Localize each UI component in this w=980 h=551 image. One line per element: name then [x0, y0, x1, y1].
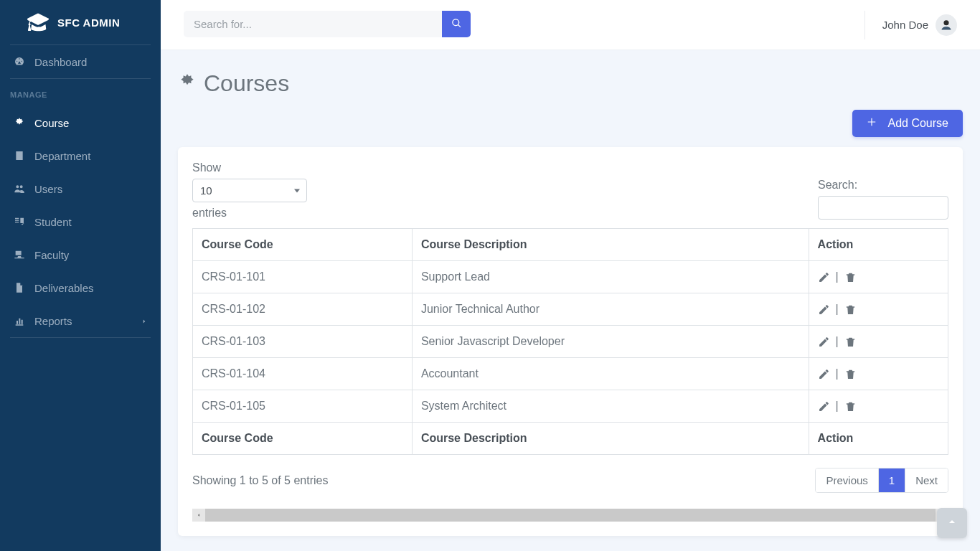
table-row: CRS-01-101Support Lead| — [193, 261, 948, 293]
topbar-search — [184, 11, 471, 37]
brand[interactable]: SFC ADMIN — [10, 0, 151, 45]
search-icon — [451, 18, 462, 31]
table-controls: Show 10 entries Search: — [192, 161, 948, 220]
pagination: Previous 1 Next — [815, 468, 948, 493]
search-label: Search: — [818, 179, 948, 192]
entries-label: entries — [192, 207, 307, 220]
courses-table: Course Code Course Description Action CR… — [192, 228, 948, 455]
entries-select[interactable]: 10 — [192, 179, 307, 202]
add-course-label: Add Course — [888, 117, 949, 130]
building-icon — [13, 149, 26, 162]
cell-code: CRS-01-102 — [193, 293, 413, 326]
action-separator: | — [836, 335, 839, 348]
sidebar-item-label: Reports — [34, 315, 72, 327]
table-row: CRS-01-102Junior Technical Author| — [193, 293, 948, 326]
cell-code: CRS-01-105 — [193, 390, 413, 423]
sidebar-item-label: Users — [34, 183, 62, 195]
col-course-desc[interactable]: Course Description — [412, 229, 809, 261]
sidebar-item-faculty[interactable]: Faculty — [0, 238, 161, 271]
plus-icon — [867, 117, 888, 130]
trash-icon[interactable] — [844, 336, 857, 348]
sidebar-item-dashboard[interactable]: Dashboard — [0, 45, 161, 78]
table-row: CRS-01-105System Architect| — [193, 390, 948, 423]
footer-col-action: Action — [809, 423, 948, 455]
dashboard-icon — [13, 55, 26, 68]
edit-icon[interactable] — [818, 400, 830, 413]
user-name: John Doe — [882, 19, 928, 31]
search-button[interactable] — [442, 11, 471, 37]
scroll-top-button[interactable] — [937, 508, 967, 538]
action-separator: | — [836, 367, 839, 380]
action-separator: | — [836, 270, 839, 283]
chart-icon — [13, 314, 26, 327]
search-input[interactable] — [184, 11, 442, 37]
actions-row: Add Course — [178, 110, 963, 137]
nav-divider — [10, 337, 151, 338]
sidebar-nav: Dashboard MANAGE Course Department — [0, 45, 161, 551]
table-search-input[interactable] — [818, 196, 948, 220]
topbar: John Doe — [161, 0, 980, 50]
avatar — [936, 14, 957, 36]
edit-icon[interactable] — [818, 336, 830, 348]
edit-icon[interactable] — [818, 303, 830, 316]
page-1[interactable]: 1 — [879, 468, 905, 492]
sidebar-item-label: Student — [34, 216, 72, 228]
table-footer: Showing 1 to 5 of 5 entries Previous 1 N… — [192, 468, 948, 493]
cell-actions: | — [809, 293, 948, 326]
sidebar-item-deliverables[interactable]: Deliverables — [0, 271, 161, 304]
horizontal-scrollbar[interactable] — [192, 509, 948, 522]
student-icon — [13, 215, 26, 228]
cell-code: CRS-01-104 — [193, 358, 413, 390]
page-next[interactable]: Next — [905, 468, 948, 492]
show-label: Show — [192, 161, 307, 174]
user-menu[interactable]: John Doe — [864, 11, 957, 39]
certificate-icon — [13, 116, 26, 129]
brand-text: SFC ADMIN — [57, 17, 120, 29]
cell-desc: Accountant — [412, 358, 809, 390]
cell-desc: Junior Technical Author — [412, 293, 809, 326]
scroll-left-icon[interactable] — [192, 509, 205, 522]
trash-icon[interactable] — [844, 271, 857, 283]
grad-cap-icon — [27, 10, 57, 34]
page-title-text: Courses — [204, 70, 289, 97]
cell-code: CRS-01-101 — [193, 261, 413, 293]
trash-icon[interactable] — [844, 400, 857, 413]
sidebar-item-reports[interactable]: Reports — [0, 304, 161, 337]
footer-col-desc: Course Description — [412, 423, 809, 455]
sidebar-item-label: Deliverables — [34, 282, 94, 294]
col-action[interactable]: Action — [809, 229, 948, 261]
cell-desc: System Architect — [412, 390, 809, 423]
certificate-icon — [178, 70, 204, 97]
action-separator: | — [836, 303, 839, 316]
sidebar-item-users[interactable]: Users — [0, 172, 161, 205]
col-course-code[interactable]: Course Code — [193, 229, 413, 261]
trash-icon[interactable] — [844, 303, 857, 316]
content: Courses Add Course Show 10 — [161, 50, 980, 551]
svg-point-1 — [943, 20, 948, 25]
sidebar-item-label: Dashboard — [34, 56, 87, 68]
sidebar: SFC ADMIN Dashboard MANAGE Course — [0, 0, 161, 551]
table-row: CRS-01-104Accountant| — [193, 358, 948, 390]
sidebar-item-department[interactable]: Department — [0, 139, 161, 172]
action-separator: | — [836, 400, 839, 413]
table-row: CRS-01-103Senior Javascript Developer| — [193, 326, 948, 358]
sidebar-item-label: Course — [34, 117, 69, 129]
file-icon — [13, 281, 26, 294]
sidebar-item-course[interactable]: Course — [0, 106, 161, 139]
faculty-icon — [13, 248, 26, 261]
cell-desc: Support Lead — [412, 261, 809, 293]
cell-code: CRS-01-103 — [193, 326, 413, 358]
chevron-up-icon — [946, 516, 958, 530]
page-prev[interactable]: Previous — [816, 468, 878, 492]
cell-actions: | — [809, 390, 948, 423]
courses-card: Show 10 entries Search: — [178, 147, 963, 536]
trash-icon[interactable] — [844, 368, 857, 380]
chevron-right-icon — [141, 315, 148, 327]
sidebar-item-label: Department — [34, 150, 90, 162]
page-title: Courses — [178, 70, 963, 97]
add-course-button[interactable]: Add Course — [852, 110, 963, 137]
edit-icon[interactable] — [818, 368, 830, 380]
edit-icon[interactable] — [818, 271, 830, 283]
sidebar-item-student[interactable]: Student — [0, 205, 161, 238]
nav-section-manage: MANAGE — [0, 79, 161, 106]
